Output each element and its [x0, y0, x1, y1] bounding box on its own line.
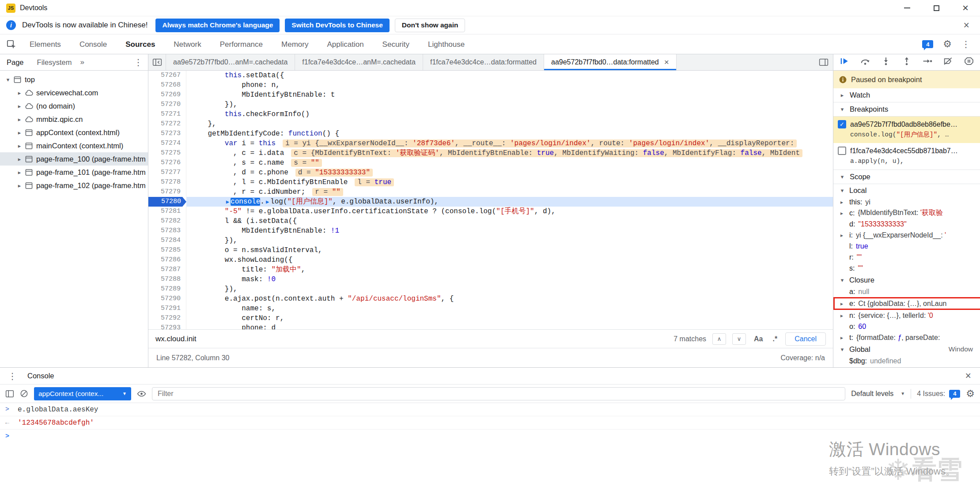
line-number[interactable]: 57289: [148, 284, 186, 294]
line-number[interactable]: 57281: [148, 207, 186, 216]
maximize-button[interactable]: [922, 0, 951, 16]
tree-item[interactable]: ▸mainContext (context.html): [0, 139, 148, 152]
line-number[interactable]: 57275: [148, 148, 186, 158]
line-number[interactable]: 57278: [148, 177, 186, 187]
scope-variable[interactable]: l:true: [833, 241, 980, 252]
tree-item[interactable]: ▸appContext (context.html): [0, 126, 148, 139]
chevron-right-icon[interactable]: ▸: [15, 90, 24, 96]
tree-item[interactable]: ▸mmbiz.qpic.cn: [0, 113, 148, 126]
pause-exceptions-icon[interactable]: [964, 57, 974, 68]
watch-section-header[interactable]: ▸ Watch: [833, 88, 980, 102]
close-window-button[interactable]: ×: [951, 0, 980, 16]
infobar-button[interactable]: Switch DevTools to Chinese: [285, 19, 389, 32]
scope-group-header[interactable]: ▾GlobalWindow: [833, 343, 980, 355]
step-over-icon[interactable]: [860, 57, 870, 68]
line-number[interactable]: 57284: [148, 236, 186, 245]
scope-variable[interactable]: ▸this:yi: [833, 196, 980, 207]
more-tabs-icon[interactable]: »: [78, 58, 86, 67]
tab-memory[interactable]: Memory: [272, 34, 318, 54]
chevron-right-icon[interactable]: ▸: [840, 210, 849, 216]
line-number[interactable]: 57267: [148, 71, 186, 80]
tree-item[interactable]: ▸(no domain): [0, 99, 148, 113]
log-levels-dropdown[interactable]: Default levels ▼: [851, 390, 905, 398]
chevron-right-icon[interactable]: ▸: [15, 182, 24, 189]
inspect-icon[interactable]: [2, 39, 20, 49]
line-number[interactable]: 57272: [148, 119, 186, 129]
settings-gear-icon[interactable]: ⚙: [943, 39, 952, 49]
tree-item[interactable]: ▸servicewechat.com: [0, 86, 148, 99]
chevron-right-icon[interactable]: ▸: [15, 156, 24, 162]
chevron-right-icon[interactable]: ▸: [15, 129, 24, 136]
breakpoints-section-header[interactable]: ▾ Breakpoints: [833, 102, 980, 117]
chevron-right-icon[interactable]: ▸: [840, 313, 849, 319]
scope-variable[interactable]: s:"": [833, 263, 980, 274]
tab-sources[interactable]: Sources: [116, 34, 164, 54]
line-number[interactable]: 57276: [148, 158, 186, 168]
line-number[interactable]: 57283: [148, 226, 186, 236]
editor-panel-toggle-icon[interactable]: [814, 54, 833, 70]
line-number[interactable]: 57291: [148, 304, 186, 313]
scope-variable[interactable]: ▸t:{formatDate: ƒ, parseDate:: [833, 332, 980, 343]
resume-icon[interactable]: [839, 57, 850, 68]
breakpoint-item[interactable]: ✓aa9e572b7f7fbd0adb8eb86efbe…console.log…: [833, 117, 980, 143]
search-input[interactable]: [155, 335, 667, 343]
editor-tab[interactable]: aa9e572b7f7fbd0…anM=.cachedata: [166, 54, 295, 70]
infobar-button[interactable]: Don't show again: [395, 19, 465, 32]
chevron-right-icon[interactable]: ▸: [840, 232, 849, 238]
console-filter-input[interactable]: [152, 387, 845, 400]
match-case-toggle[interactable]: Aa: [752, 335, 764, 343]
tab-filesystem[interactable]: Filesystem: [30, 58, 79, 67]
chevron-right-icon[interactable]: ▸: [15, 169, 24, 176]
drawer-close-icon[interactable]: ×: [960, 370, 976, 382]
line-number[interactable]: 57274: [148, 139, 186, 148]
chevron-right-icon[interactable]: ▸: [840, 301, 849, 307]
issues-badge[interactable]: 4: [922, 40, 933, 48]
tab-console-drawer[interactable]: Console: [21, 372, 61, 380]
chevron-right-icon[interactable]: ▸: [840, 335, 849, 341]
chevron-right-icon[interactable]: ▸: [15, 116, 24, 123]
console-sidebar-icon[interactable]: [5, 390, 14, 398]
issues-counter[interactable]: 4 Issues: 4: [917, 390, 960, 398]
tab-application[interactable]: Application: [318, 34, 373, 54]
tree-item[interactable]: ▸page-frame_100 (page-frame.htm: [0, 152, 148, 166]
line-number[interactable]: 57279: [148, 187, 186, 197]
deactivate-breakpoints-icon[interactable]: [943, 57, 954, 68]
chevron-down-icon[interactable]: ▾: [838, 346, 847, 353]
breakpoint-checkbox[interactable]: [838, 147, 846, 155]
editor-tab[interactable]: f1fca7e4e3dc4ce…data:formatted: [423, 54, 544, 70]
navigator-menu-icon[interactable]: ⋮: [134, 58, 148, 67]
step-into-icon[interactable]: [881, 57, 891, 68]
live-expression-eye-icon[interactable]: [137, 390, 146, 397]
infobar-button[interactable]: Always match Chrome's language: [155, 19, 280, 32]
minimize-button[interactable]: [893, 0, 922, 16]
more-options-icon[interactable]: ⋮: [961, 40, 970, 49]
chevron-right-icon[interactable]: ▸: [15, 143, 24, 149]
scope-variable[interactable]: $dbg:undefined: [833, 355, 980, 366]
breakpoint-item[interactable]: f1fca7e4e3dc4cec55db871bab7…a.apply(n, u…: [833, 143, 980, 170]
scope-variable[interactable]: o:60: [833, 321, 980, 332]
scope-variable[interactable]: ▸i:yi {__wxExparserNodeId__: ': [833, 230, 980, 241]
console-settings-gear-icon[interactable]: ⚙: [966, 389, 975, 399]
scope-variable[interactable]: ▸e:Ct {globalData: {…}, onLaun: [833, 297, 980, 310]
toggle-navigator-icon[interactable]: [148, 54, 166, 70]
drawer-menu-icon[interactable]: ⋮: [4, 372, 21, 381]
tree-item[interactable]: ▸page-frame_102 (page-frame.htm: [0, 179, 148, 192]
tree-item[interactable]: ▸page-frame_101 (page-frame.htm: [0, 166, 148, 179]
line-number[interactable]: 57277: [148, 168, 186, 177]
tab-page[interactable]: Page: [0, 58, 30, 67]
tree-item[interactable]: ▾top: [0, 73, 148, 86]
search-next-button[interactable]: ∨: [732, 333, 746, 345]
line-number[interactable]: 57280: [148, 197, 186, 207]
scope-variable[interactable]: ▸c:{MbIdentifyBtnText: '获取验: [833, 207, 980, 219]
line-number[interactable]: 57292: [148, 313, 186, 323]
scope-section-header[interactable]: ▾ Scope: [833, 170, 980, 184]
chevron-down-icon[interactable]: ▾: [838, 187, 847, 194]
clear-console-icon[interactable]: [20, 389, 28, 398]
tab-elements[interactable]: Elements: [20, 34, 70, 54]
tab-console[interactable]: Console: [70, 34, 116, 54]
chevron-down-icon[interactable]: ▾: [4, 76, 12, 83]
search-cancel-button[interactable]: Cancel: [785, 332, 826, 346]
chevron-down-icon[interactable]: ▾: [838, 277, 847, 283]
regex-toggle[interactable]: .*: [771, 335, 779, 343]
tab-lighthouse[interactable]: Lighthouse: [419, 34, 474, 54]
